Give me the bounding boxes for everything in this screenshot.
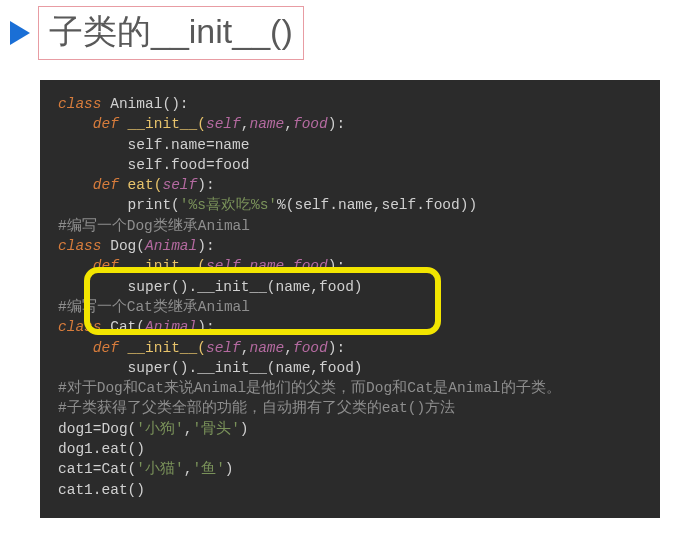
code-line: #编写一个Cat类继承Animal xyxy=(58,297,650,317)
code-line: def __init__(self,name,food): xyxy=(58,114,650,134)
code-block: class Animal(): def __init__(self,name,f… xyxy=(40,80,660,518)
code-line: dog1.eat() xyxy=(58,439,650,459)
arrow-icon xyxy=(10,21,30,45)
code-line: class Cat(Animal): xyxy=(58,317,650,337)
code-line: super().__init__(name,food) xyxy=(58,277,650,297)
code-line: super().__init__(name,food) xyxy=(58,358,650,378)
code-line: class Dog(Animal): xyxy=(58,236,650,256)
page-title: 子类的__init__() xyxy=(38,6,304,60)
code-line: #对于Dog和Cat来说Animal是他们的父类，而Dog和Cat是Animal… xyxy=(58,378,650,398)
code-line: print('%s喜欢吃%s'%(self.name,self.food)) xyxy=(58,195,650,215)
code-line: cat1=Cat('小猫','鱼') xyxy=(58,459,650,479)
code-line: self.name=name xyxy=(58,135,650,155)
heading-row: 子类的__init__() xyxy=(0,0,691,60)
code-line: def __init__(self,name,food): xyxy=(58,256,650,276)
code-line: def eat(self): xyxy=(58,175,650,195)
code-line: cat1.eat() xyxy=(58,480,650,500)
code-line: #子类获得了父类全部的功能，自动拥有了父类的eat()方法 xyxy=(58,398,650,418)
code-line: dog1=Dog('小狗','骨头') xyxy=(58,419,650,439)
code-line: self.food=food xyxy=(58,155,650,175)
code-line: #编写一个Dog类继承Animal xyxy=(58,216,650,236)
code-line: class Animal(): xyxy=(58,94,650,114)
code-line: def __init__(self,name,food): xyxy=(58,338,650,358)
